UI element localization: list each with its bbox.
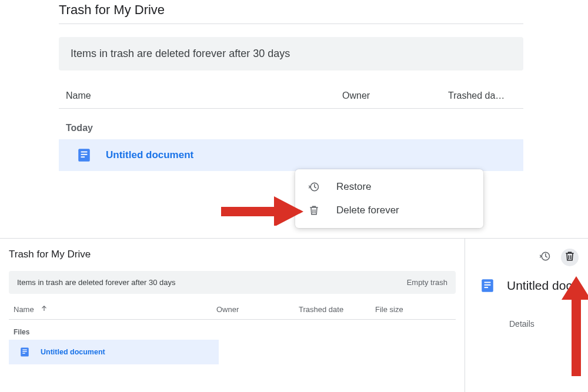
tab-details[interactable]: Details (509, 319, 534, 334)
group-label-today: Today (59, 109, 523, 139)
column-owner[interactable]: Owner (216, 305, 299, 314)
restore-icon (539, 250, 551, 264)
svg-rect-8 (22, 350, 27, 350)
svg-rect-3 (81, 156, 85, 158)
menu-item-label: Delete forever (336, 205, 399, 216)
svg-rect-10 (22, 353, 25, 354)
delete-forever-button[interactable] (561, 249, 579, 266)
column-headers: Name Owner Trashed date File size (9, 294, 456, 320)
svg-rect-0 (78, 149, 90, 162)
docs-icon (19, 347, 30, 357)
trash-icon (308, 205, 325, 216)
restore-icon (308, 181, 325, 193)
menu-item-label: Restore (336, 181, 372, 193)
trash-notice: Items in trash are deleted forever after… (59, 37, 523, 71)
file-name: Untitled document (41, 348, 105, 356)
svg-rect-15 (485, 287, 489, 288)
notice-text: Items in trash are deleted forever after… (17, 278, 176, 287)
svg-rect-14 (485, 284, 491, 286)
sort-ascending-icon (40, 304, 48, 314)
page-title: Trash for My Drive (9, 249, 456, 260)
trash-notice: Items in trash are deleted forever after… (9, 271, 456, 294)
column-name[interactable]: Name (14, 304, 216, 314)
svg-rect-1 (81, 152, 88, 153)
file-row[interactable]: Untitled document (9, 340, 219, 364)
menu-item-delete-forever[interactable]: Delete forever (295, 199, 483, 222)
group-label-files: Files (9, 320, 456, 340)
docs-icon (76, 148, 92, 163)
details-file-title: Untitled docu (507, 279, 579, 293)
details-header: Untitled docu (480, 278, 588, 293)
column-file-size[interactable]: File size (375, 305, 451, 314)
svg-rect-9 (22, 351, 27, 352)
column-headers: Name Owner Trashed da… (59, 71, 523, 109)
column-name[interactable]: Name (66, 91, 342, 101)
file-row[interactable]: Untitled document (59, 139, 523, 171)
column-owner[interactable]: Owner (342, 91, 448, 101)
menu-item-restore[interactable]: Restore (295, 175, 483, 199)
svg-rect-7 (21, 348, 29, 357)
docs-icon (480, 278, 495, 293)
svg-rect-13 (485, 282, 491, 283)
file-name: Untitled document (106, 149, 193, 161)
empty-trash-button[interactable]: Empty trash (407, 278, 447, 287)
trash-icon (564, 250, 576, 264)
restore-button[interactable] (536, 249, 554, 266)
context-menu: Restore Delete forever (295, 169, 483, 228)
details-tabs: Details (480, 319, 588, 334)
svg-rect-12 (482, 279, 493, 292)
svg-rect-2 (81, 154, 88, 155)
column-trashed-date[interactable]: Trashed date (299, 305, 375, 314)
page-title: Trash for My Drive (59, 0, 523, 24)
column-trashed-date[interactable]: Trashed da… (448, 91, 516, 101)
